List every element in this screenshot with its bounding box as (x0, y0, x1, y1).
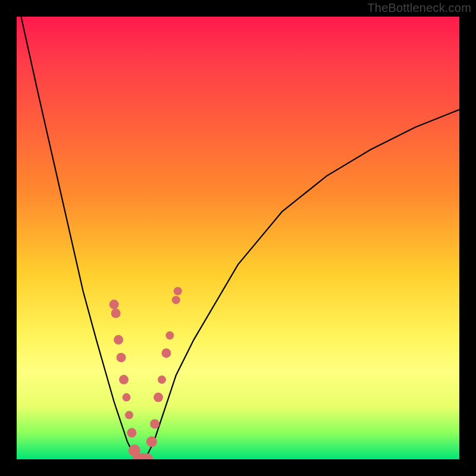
bead-left-5 (123, 393, 131, 402)
watermark-text: TheBottleneck.com (367, 1, 471, 15)
curve-left (21, 17, 136, 459)
chart-svg (17, 17, 459, 459)
bead-right-7 (174, 287, 182, 295)
bead-left-1 (111, 308, 121, 318)
bead-right-5 (165, 331, 174, 340)
bead-left-3 (117, 353, 126, 362)
bead-left-4 (119, 375, 129, 384)
bead-left-2 (114, 335, 123, 345)
curve-right (145, 109, 459, 459)
plot-area (17, 17, 459, 459)
bead-right-1 (150, 419, 159, 428)
bead-left-0 (109, 300, 119, 309)
bead-right-3 (158, 375, 166, 384)
bead-right-0 (146, 436, 157, 447)
bead-right-4 (161, 348, 171, 358)
beads-group (109, 287, 182, 459)
chart-frame: TheBottleneck.com (0, 0, 476, 476)
bead-left-6 (125, 411, 133, 419)
bead-left-7 (127, 428, 136, 437)
bead-right-2 (154, 393, 163, 402)
bead-right-6 (172, 296, 180, 304)
